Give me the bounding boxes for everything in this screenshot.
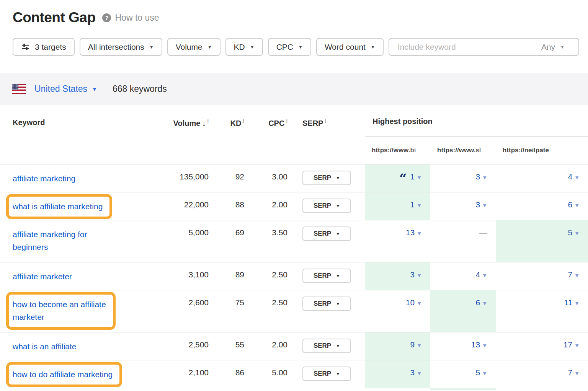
- serp-button[interactable]: SERP▼: [302, 226, 351, 241]
- cpc-cell: 2.50: [244, 262, 287, 290]
- cpc-cell: 2.50: [244, 290, 287, 332]
- position-dropdown-icon: ▼: [416, 370, 422, 376]
- chevron-down-icon: ▼: [92, 86, 97, 92]
- position-cell[interactable]: 4▼: [430, 262, 496, 290]
- position-value: 7: [568, 270, 572, 279]
- volume-cell: 22,000: [161, 192, 209, 220]
- cpc-cell: 2.00: [244, 192, 287, 220]
- serp-button[interactable]: SERP▼: [302, 171, 351, 185]
- best-position-highlight: [430, 388, 496, 390]
- how-to-use-link[interactable]: ? How to use: [102, 13, 159, 23]
- position-value: 5: [475, 368, 480, 377]
- keyword-table-body: affiliate marketing135,000923.00SERP▼“1▼…: [0, 164, 588, 388]
- position-cell[interactable]: 3▼: [430, 192, 496, 220]
- volume-cell: 135,000: [161, 165, 209, 192]
- position-cell[interactable]: 4▼: [496, 165, 588, 192]
- keyword-link[interactable]: how to do affiliate marketing: [13, 368, 113, 381]
- serp-button[interactable]: SERP▼: [302, 269, 351, 283]
- position-dropdown-icon: ▼: [574, 174, 580, 181]
- position-cell[interactable]: 6▼: [430, 290, 496, 332]
- annotation-box: how to become an affiliate marketer: [6, 292, 116, 330]
- position-value: 4: [475, 270, 480, 279]
- include-keyword-placeholder: Include keyword: [398, 42, 456, 52]
- serp-button[interactable]: SERP▼: [302, 367, 351, 381]
- keyword-link[interactable]: what is an affiliate: [13, 340, 77, 353]
- position-cell[interactable]: 10▼: [365, 290, 430, 332]
- targets-button[interactable]: 3 targets: [13, 38, 75, 56]
- chevron-down-icon: ▼: [336, 176, 340, 180]
- keyword-cell: how to do affiliate marketing: [0, 360, 161, 388]
- keyword-link[interactable]: affiliate marketing for beginners: [13, 228, 87, 253]
- sliders-icon: [21, 42, 30, 51]
- keyword-link[interactable]: affiliate marketing: [13, 172, 75, 185]
- position-cell[interactable]: 6▼: [496, 192, 588, 220]
- position-dropdown-icon: ▼: [482, 300, 487, 306]
- position-cell[interactable]: “1▼: [365, 165, 430, 192]
- how-to-use-label: How to use: [115, 13, 159, 23]
- kd-cell: 55: [209, 332, 244, 360]
- position-cell[interactable]: 5▼: [430, 360, 496, 388]
- table-row: how to become an affiliate marketer2,600…: [0, 290, 588, 332]
- volume-filter-dropdown[interactable]: Volume ▼: [167, 38, 220, 56]
- chevron-down-icon: ▼: [371, 44, 375, 50]
- position-value: 6: [475, 298, 480, 307]
- column-header-volume[interactable]: Volume↓i: [161, 105, 209, 164]
- column-header-cpc[interactable]: CPCi: [244, 105, 287, 164]
- position-cell[interactable]: 11▼: [496, 290, 588, 332]
- keyword-cell: affiliate marketing: [0, 165, 161, 192]
- position-cell[interactable]: 7▼: [496, 262, 588, 290]
- target-url-2[interactable]: https://www.sl: [430, 147, 496, 154]
- position-cell[interactable]: 3▼: [430, 165, 496, 192]
- serp-cell: SERP▼: [287, 192, 365, 220]
- chevron-down-icon: ▼: [560, 44, 565, 50]
- position-cell[interactable]: —: [430, 220, 496, 262]
- word-count-dropdown[interactable]: Word count ▼: [316, 38, 384, 56]
- column-header-keyword[interactable]: Keyword: [0, 105, 161, 164]
- chevron-down-icon: ▼: [250, 44, 255, 50]
- cpc-filter-dropdown[interactable]: CPC ▼: [268, 38, 311, 56]
- table-row: affiliate marketing for beginners5,00069…: [0, 220, 588, 262]
- serp-cell: SERP▼: [287, 262, 365, 290]
- kd-cell: 88: [209, 192, 244, 220]
- kd-cell: 86: [209, 360, 244, 388]
- position-cell[interactable]: 7▼: [496, 360, 588, 388]
- position-cell[interactable]: 13▼: [430, 332, 496, 360]
- country-name: United States: [34, 84, 87, 94]
- keyword-link[interactable]: what is affiliate marketing: [13, 200, 103, 213]
- kd-cell: 92: [209, 165, 244, 192]
- serp-button[interactable]: SERP▼: [302, 297, 351, 311]
- target-url-3[interactable]: https://neilpate: [496, 147, 588, 154]
- position-cell[interactable]: 13▼: [365, 220, 430, 262]
- chevron-down-icon: ▼: [298, 44, 303, 50]
- position-dropdown-icon: ▼: [574, 230, 580, 236]
- position-cell[interactable]: 17▼: [496, 332, 588, 360]
- position-value: 3: [475, 200, 480, 209]
- intersections-dropdown[interactable]: All intersections ▼: [80, 38, 162, 56]
- position-cell[interactable]: 1▼: [365, 192, 430, 220]
- serp-button[interactable]: SERP▼: [302, 339, 351, 353]
- position-dropdown-icon: ▼: [416, 230, 422, 236]
- country-selector[interactable]: United States ▼: [34, 84, 97, 94]
- cpc-cell: 3.50: [244, 220, 287, 262]
- keyword-link[interactable]: affiliate marketer: [13, 270, 72, 283]
- serp-button[interactable]: SERP▼: [302, 199, 351, 213]
- match-mode-dropdown[interactable]: Any ▼: [541, 42, 570, 52]
- kd-cell: 69: [209, 220, 244, 262]
- position-cell[interactable]: 3▼: [365, 360, 430, 388]
- target-url-1[interactable]: https://www.bi: [365, 147, 430, 154]
- include-keyword-input[interactable]: Include keyword Any ▼: [389, 38, 579, 56]
- keyword-cell: how to become an affiliate marketer: [0, 290, 161, 332]
- position-cell[interactable]: 3▼: [365, 262, 430, 290]
- position-cell[interactable]: 5▼: [496, 220, 588, 262]
- kd-cell: 89: [209, 262, 244, 290]
- keyword-link[interactable]: how to become an affiliate marketer: [13, 298, 106, 323]
- position-cell[interactable]: 9▼: [365, 332, 430, 360]
- column-header-kd[interactable]: KDi: [209, 105, 244, 164]
- table-row: how to do affiliate marketing2,100865.00…: [0, 360, 588, 388]
- table-row: what is an affiliate2,500552.00SERP▼9▼13…: [0, 332, 588, 360]
- table-row: what is affiliate marketing22,000882.00S…: [0, 192, 588, 220]
- kd-filter-dropdown[interactable]: KD ▼: [225, 38, 263, 56]
- position-value: 10: [406, 298, 415, 307]
- chevron-down-icon: ▼: [336, 371, 340, 376]
- match-mode-label: Any: [541, 42, 555, 52]
